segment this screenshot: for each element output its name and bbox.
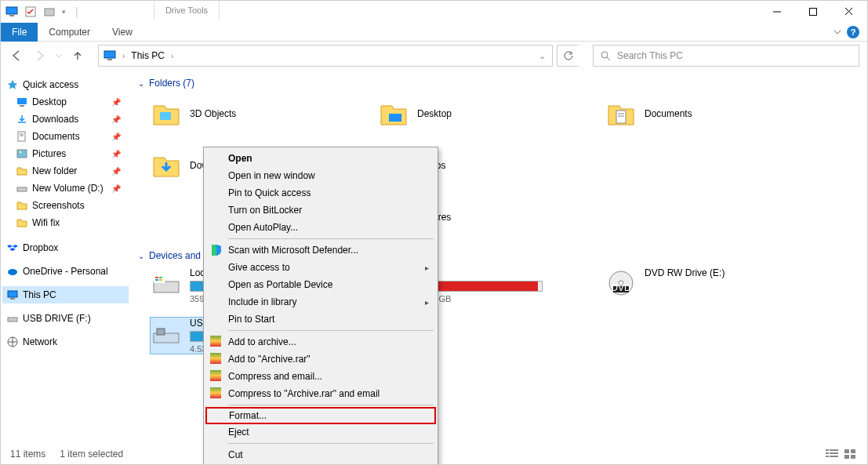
winrar-icon <box>210 387 223 400</box>
pin-icon: 📌 <box>111 167 121 176</box>
svg-line-11 <box>607 57 610 60</box>
chevron-right-icon[interactable]: › <box>169 52 175 60</box>
sidebar-item-documents[interactable]: Documents📌 <box>2 128 129 145</box>
svg-rect-17 <box>17 150 27 158</box>
sidebar-label: Wifi fix <box>32 217 60 228</box>
chevron-right-icon: ▸ <box>425 263 429 272</box>
ctx-pin-quick-access[interactable]: Pin to Quick access <box>206 184 435 202</box>
chevron-right-icon[interactable]: › <box>121 52 126 60</box>
folder-desktop[interactable]: Desktop <box>378 95 582 133</box>
onedrive-icon <box>7 266 18 277</box>
sidebar-usb-drive[interactable]: USB DRIVE (F:) <box>2 310 129 327</box>
svg-rect-50 <box>826 449 829 451</box>
sidebar-label: Network <box>23 336 57 347</box>
drive-icon <box>151 267 182 299</box>
new-folder-icon[interactable] <box>43 5 56 18</box>
ctx-pin-start[interactable]: Pin to Start <box>206 311 435 328</box>
section-label: Folders (7) <box>149 78 194 89</box>
ctx-add-archive[interactable]: Add to archive... <box>206 333 435 351</box>
svg-point-10 <box>601 52 608 58</box>
close-button[interactable] <box>831 1 867 23</box>
sidebar-this-pc[interactable]: This PC <box>2 286 129 303</box>
ctx-compress-email[interactable]: Compress and email... <box>206 368 435 385</box>
folder-icon <box>16 165 27 176</box>
breadcrumb-location[interactable]: This PC <box>131 50 165 61</box>
properties-icon[interactable] <box>24 5 37 18</box>
star-icon <box>7 79 18 90</box>
sidebar-dropbox[interactable]: Dropbox <box>2 239 129 256</box>
sidebar-item-desktop[interactable]: Desktop📌 <box>2 93 129 111</box>
refresh-button[interactable] <box>557 45 579 67</box>
shield-icon <box>210 244 223 256</box>
sidebar-item-pictures[interactable]: Pictures📌 <box>2 145 129 162</box>
ctx-cut[interactable]: Cut <box>206 446 435 463</box>
details-view-button[interactable] <box>825 449 839 460</box>
ctx-format[interactable]: Format... <box>205 407 436 424</box>
recent-dropdown-icon[interactable] <box>54 46 64 65</box>
ribbon-tabs: File Computer View ? <box>1 23 867 42</box>
sidebar-quick-access[interactable]: Quick access <box>2 76 129 93</box>
ctx-portable-device[interactable]: Open as Portable Device <box>206 276 435 293</box>
sidebar-item-screenshots[interactable]: Screenshots <box>2 197 129 214</box>
file-tab[interactable]: File <box>1 23 38 42</box>
sidebar-item-wifi-fix[interactable]: Wifi fix <box>2 214 129 231</box>
folder-label: 3D Objects <box>190 108 236 119</box>
network-icon <box>7 336 18 347</box>
folders-section-header[interactable]: ⌄ Folders (7) <box>138 78 859 89</box>
ctx-autoplay[interactable]: Open AutoPlay... <box>206 219 435 236</box>
svg-text:DVD: DVD <box>611 282 631 293</box>
chevron-down-icon[interactable]: ⌄ <box>537 51 547 61</box>
computer-tab[interactable]: Computer <box>38 23 101 42</box>
minimize-button[interactable] <box>759 1 795 23</box>
sidebar-label: New folder <box>32 165 77 176</box>
navigation-pane: Quick access Desktop📌 Downloads📌 Documen… <box>1 70 130 446</box>
svg-rect-0 <box>6 7 17 14</box>
svg-rect-56 <box>844 449 849 453</box>
ctx-eject[interactable]: Eject <box>206 423 435 441</box>
svg-rect-9 <box>107 59 112 60</box>
help-icon[interactable]: ? <box>847 26 859 38</box>
qat-dropdown-icon[interactable]: ▾ <box>62 8 66 16</box>
ctx-compress-rar-email[interactable]: Compress to "Archive.rar" and email <box>206 385 435 402</box>
menu-separator <box>228 405 434 405</box>
chevron-right-icon: ▸ <box>425 298 429 307</box>
drive-tools-tab[interactable]: Drive Tools <box>154 1 220 20</box>
ctx-add-archive-rar[interactable]: Add to "Archive.rar" <box>206 351 435 368</box>
folder-documents[interactable]: Documents <box>605 95 809 133</box>
search-placeholder: Search This PC <box>617 50 683 61</box>
svg-rect-38 <box>155 277 158 278</box>
drive-free-label: f 450 GB <box>417 294 582 303</box>
ctx-give-access[interactable]: Give access to▸ <box>206 259 435 276</box>
sidebar-item-new-folder[interactable]: New folder📌 <box>2 162 129 180</box>
search-input[interactable]: Search This PC <box>593 45 859 67</box>
up-button[interactable] <box>68 46 87 65</box>
sidebar-onedrive[interactable]: OneDrive - Personal <box>2 263 129 280</box>
navigation-bar: › This PC › ⌄ Search This PC <box>1 42 867 70</box>
folder-3d-objects[interactable]: 3D Objects <box>151 95 354 133</box>
view-tab[interactable]: View <box>101 23 143 42</box>
drive-dvd-e[interactable]: DVD DVD RW Drive (E:) <box>605 267 809 303</box>
svg-rect-57 <box>851 449 855 453</box>
maximize-button[interactable] <box>795 1 831 23</box>
ctx-defender-scan[interactable]: Scan with Microsoft Defender... <box>206 242 435 259</box>
ctx-include-library[interactable]: Include in library▸ <box>206 293 435 311</box>
sidebar-item-new-volume-d[interactable]: New Volume (D:)📌 <box>2 180 129 197</box>
ctx-bitlocker[interactable]: Turn on BitLocker <box>206 202 435 219</box>
svg-rect-27 <box>616 111 626 123</box>
svg-rect-12 <box>17 98 27 104</box>
back-button[interactable] <box>7 46 26 65</box>
ribbon-expand-icon[interactable] <box>833 27 842 37</box>
sidebar-network[interactable]: Network <box>2 333 129 351</box>
downloads-icon <box>16 114 27 125</box>
svg-rect-40 <box>159 277 162 278</box>
menu-separator <box>228 330 434 331</box>
forward-button[interactable] <box>31 46 49 65</box>
folder-icon <box>605 98 637 129</box>
sidebar-item-downloads[interactable]: Downloads📌 <box>2 111 129 128</box>
icons-view-button[interactable] <box>844 449 858 460</box>
pc-icon <box>7 289 18 300</box>
ctx-open[interactable]: Open <box>206 150 435 167</box>
usb-icon <box>7 313 18 324</box>
address-bar[interactable]: › This PC › ⌄ <box>98 45 553 67</box>
ctx-open-new-window[interactable]: Open in new window <box>206 167 435 184</box>
